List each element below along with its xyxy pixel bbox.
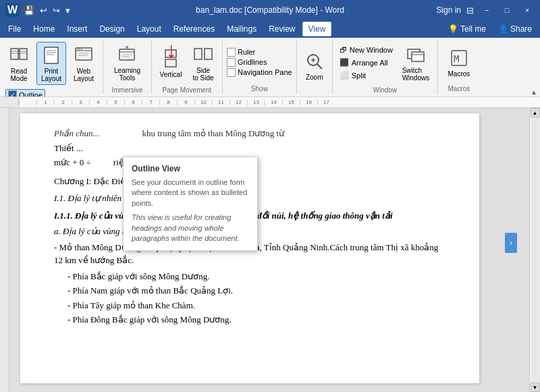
new-window-btn[interactable]: 🗗 New Window bbox=[337, 45, 396, 55]
scroll-down-btn[interactable]: ▼ bbox=[531, 383, 540, 392]
scroll-track[interactable] bbox=[531, 117, 539, 383]
web-layout-btn[interactable]: WebLayout bbox=[69, 43, 99, 84]
svg-point-14 bbox=[81, 49, 82, 50]
switch-windows-icon bbox=[405, 44, 427, 67]
learning-tools-icon bbox=[116, 44, 138, 65]
svg-text:M: M bbox=[454, 53, 459, 64]
redo-qat-btn[interactable]: ↪ bbox=[51, 5, 61, 16]
undo-qat-btn[interactable]: ↩ bbox=[38, 5, 49, 16]
tooltip-title: Outline View bbox=[132, 164, 249, 173]
print-layout-btn[interactable]: PrintLayout bbox=[36, 42, 66, 85]
web-layout-icon bbox=[73, 45, 94, 66]
svg-rect-6 bbox=[45, 47, 58, 63]
quick-access-toolbar: W 💾 ↩ ↪ ▾ bbox=[5, 3, 72, 17]
share-icon: 👤 bbox=[498, 24, 508, 34]
ribbon-group-show: Ruler Gridlines Navigation Pane Show bbox=[223, 40, 297, 94]
menu-review[interactable]: Review bbox=[263, 22, 300, 36]
ribbon: ↓ ReadMode PrintLayout WebLayout bbox=[0, 38, 540, 97]
immersive-items: LearningTools bbox=[111, 42, 143, 85]
doc-sidebar bbox=[0, 108, 9, 392]
window-label: Window bbox=[373, 85, 398, 94]
doc-body-2: - Phía Bắc giáp với sông Mông Dương. bbox=[68, 270, 446, 283]
menu-bar: File Home Insert Design Layout Reference… bbox=[0, 20, 540, 38]
menu-layout[interactable]: Layout bbox=[132, 22, 167, 36]
split-icon: ⬜ bbox=[340, 71, 349, 80]
word-icon: W bbox=[5, 3, 20, 17]
signin-area[interactable]: Sign in bbox=[436, 5, 461, 15]
arrange-all-btn[interactable]: ⬛ Arrange All bbox=[337, 57, 396, 68]
svg-point-12 bbox=[77, 49, 78, 50]
title-bar-left: W 💾 ↩ ↪ ▾ bbox=[5, 3, 72, 17]
print-layout-icon bbox=[40, 45, 62, 66]
show-items: Ruler Gridlines Navigation Pane bbox=[227, 42, 292, 84]
zoom-icon bbox=[304, 51, 325, 74]
menu-home[interactable]: Home bbox=[28, 22, 60, 36]
menu-mailings[interactable]: Mailings bbox=[221, 22, 262, 36]
views-items: ReadMode PrintLayout WebLayout bbox=[4, 42, 99, 86]
page-movement-label: Page Movement bbox=[163, 85, 212, 94]
svg-rect-25 bbox=[205, 49, 212, 59]
outline-checkbox[interactable]: ✓ Outline bbox=[5, 89, 45, 97]
read-mode-icon bbox=[8, 45, 30, 66]
switch-windows-btn[interactable]: SwitchWindows bbox=[398, 42, 433, 84]
vertical-icon bbox=[160, 48, 182, 69]
menu-design[interactable]: Design bbox=[94, 22, 130, 36]
ribbon-display-btn[interactable]: ⊟ bbox=[466, 5, 474, 16]
svg-rect-1 bbox=[20, 49, 27, 59]
share-btn[interactable]: 👤 Share bbox=[493, 22, 537, 36]
doc-line-2: Thiết ... bbox=[54, 142, 446, 155]
window-items: 🗗 New Window ⬛ Arrange All ⬜ Split Switc… bbox=[337, 42, 433, 85]
doc-body-4: - Phía Tây giáp mỏ than Khe Chàm. bbox=[68, 299, 446, 312]
tell-me-btn[interactable]: 💡 Tell me bbox=[443, 22, 491, 36]
gridlines-cb[interactable]: Gridlines bbox=[227, 58, 292, 67]
ribbon-group-macros: M Macros Macros bbox=[438, 40, 480, 94]
right-scrollbar[interactable]: ▲ ▼ bbox=[529, 108, 540, 392]
macros-label: Macros bbox=[448, 84, 470, 92]
more-qat-btn[interactable]: ▾ bbox=[64, 5, 72, 16]
side-to-side-icon bbox=[192, 44, 214, 65]
gridlines-cb-box bbox=[227, 58, 236, 67]
nav-pane-cb[interactable]: Navigation Pane bbox=[227, 68, 292, 77]
doc-body-5: - Phía Đông Bắc giáp với sông Mông Dương… bbox=[68, 313, 446, 327]
learning-tools-btn[interactable]: LearningTools bbox=[111, 42, 143, 84]
menu-view[interactable]: View bbox=[302, 22, 332, 36]
menu-insert[interactable]: Insert bbox=[61, 22, 92, 36]
zoom-items: Zoom bbox=[301, 42, 328, 91]
collapse-ribbon-btn[interactable]: ▲ bbox=[531, 38, 540, 97]
ruler-cb-box bbox=[227, 48, 236, 57]
zoom-btn[interactable]: Zoom bbox=[301, 49, 328, 83]
ruler-marks: 1 2 3 4 5 6 7 8 9 10 11 12 13 14 15 16 1… bbox=[19, 100, 335, 105]
document-main[interactable]: Phần chun... khu trung tâm mỏ than Mông … bbox=[9, 108, 529, 392]
menu-file[interactable]: File bbox=[3, 22, 26, 36]
side-to-side-btn[interactable]: Sideto Side bbox=[188, 42, 218, 84]
svg-rect-24 bbox=[194, 49, 202, 59]
immersive-label: Immersive bbox=[111, 85, 142, 94]
window-sub-btns: 🗗 New Window ⬛ Arrange All ⬜ Split bbox=[337, 45, 396, 81]
ribbon-group-zoom: Zoom bbox=[297, 40, 333, 94]
ribbon-group-views: ReadMode PrintLayout WebLayout ✓ Outline bbox=[0, 40, 103, 94]
read-mode-btn[interactable]: ReadMode bbox=[4, 43, 34, 84]
split-btn[interactable]: ⬜ Split bbox=[337, 69, 396, 81]
macros-btn[interactable]: M Macros bbox=[442, 45, 476, 80]
maximize-btn[interactable]: □ bbox=[500, 3, 514, 18]
new-window-icon: 🗗 bbox=[340, 46, 347, 54]
save-qat-btn[interactable]: 💾 bbox=[22, 5, 36, 16]
svg-line-27 bbox=[317, 64, 322, 69]
page-movement-items: Vertical Sideto Side bbox=[156, 42, 218, 85]
lightbulb-icon: 💡 bbox=[448, 24, 458, 34]
svg-point-21 bbox=[126, 46, 128, 49]
document-title: ban_lam.doc [Compatibility Mode] - Word bbox=[196, 5, 344, 15]
close-btn[interactable]: × bbox=[520, 3, 535, 18]
vertical-btn[interactable]: Vertical bbox=[156, 46, 186, 80]
minimize-btn[interactable]: − bbox=[479, 3, 494, 18]
scroll-up-btn[interactable]: ▲ bbox=[531, 108, 540, 117]
nav-arrow-right[interactable]: › bbox=[505, 233, 517, 253]
doc-line-1: Phần chun... khu trung tâm mỏ than Mông … bbox=[54, 127, 446, 140]
show-checkboxes: Ruler Gridlines Navigation Pane bbox=[227, 48, 292, 77]
menu-references[interactable]: References bbox=[168, 22, 220, 36]
tooltip-body: See your document in outline form where … bbox=[132, 177, 249, 208]
macros-items: M Macros bbox=[442, 42, 476, 84]
svg-point-13 bbox=[79, 49, 80, 50]
ruler-cb[interactable]: Ruler bbox=[227, 48, 292, 57]
macros-icon: M bbox=[448, 47, 470, 70]
